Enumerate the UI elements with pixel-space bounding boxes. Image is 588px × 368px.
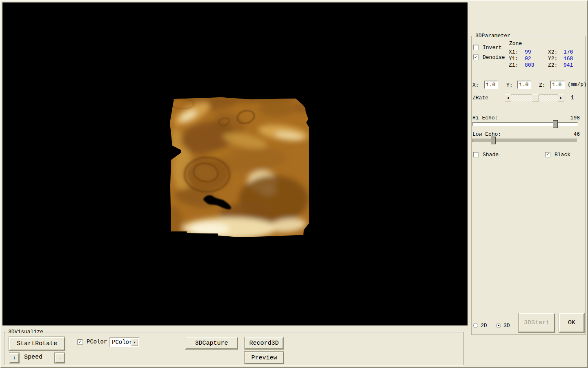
zrate-scrollbar-thumb[interactable] xyxy=(532,94,539,101)
mode-3d-radio[interactable] xyxy=(496,323,501,328)
mode-3d-label: 3D xyxy=(503,323,510,329)
start-rotate-button[interactable]: StartRotate xyxy=(9,337,65,350)
speed-label: Speed xyxy=(24,354,42,360)
app-window: 3DParameter Invert ✓ Denoise Zone X1: 99… xyxy=(0,0,588,368)
zrate-scroll-right-button[interactable]: ► xyxy=(558,94,564,101)
zone-x1-value: 99 xyxy=(525,49,531,55)
zone-y1-value: 92 xyxy=(525,56,531,62)
z-scale-label: Z: xyxy=(539,82,546,88)
zone-y1-label: Y1: xyxy=(509,56,518,62)
zone-z1-value: 803 xyxy=(525,62,534,68)
zone-label: Zone xyxy=(509,40,522,47)
chevron-down-icon[interactable]: ▼ xyxy=(131,339,138,346)
zone-x2-label: X2: xyxy=(548,49,557,55)
check-icon: ✓ xyxy=(474,55,477,60)
ok-button[interactable]: OK xyxy=(559,313,584,332)
record-3d-button[interactable]: Record3D xyxy=(245,337,283,349)
low-echo-value: 46 xyxy=(568,131,580,137)
zone-z1-label: Z1: xyxy=(509,62,518,68)
y-scale-input[interactable] xyxy=(517,81,531,89)
invert-checkbox[interactable] xyxy=(473,45,478,50)
preview-button[interactable]: Preview xyxy=(245,352,284,364)
capture-3d-button[interactable]: 3DCapture xyxy=(185,337,238,349)
hi-echo-label: Hi Echo: xyxy=(472,115,498,121)
y-scale-label: Y: xyxy=(506,82,513,88)
hi-echo-slider-track[interactable] xyxy=(472,122,578,126)
denoise-checkbox[interactable]: ✓ xyxy=(473,55,478,60)
zone-z2-value: 941 xyxy=(564,62,573,68)
zone-x2-value: 176 xyxy=(564,49,573,55)
zrate-label: ZRate xyxy=(472,95,488,101)
low-echo-slider-track[interactable] xyxy=(472,139,578,142)
zone-x1-label: X1: xyxy=(509,49,518,55)
zone-z2-label: Z2: xyxy=(548,62,557,68)
pcolor-dropdown[interactable]: PColor ▼ xyxy=(110,338,139,347)
black-checkbox[interactable]: ✓ xyxy=(545,152,550,157)
zone-y2-value: 168 xyxy=(564,56,573,62)
ultrasound-volume-render xyxy=(2,2,468,325)
denoise-label: Denoise xyxy=(483,54,505,61)
pcolor-label: PColor xyxy=(87,339,107,345)
visualize-groupbox-title: 3DVisualize xyxy=(7,329,45,335)
pcolor-checkbox[interactable]: ✓ xyxy=(78,339,82,344)
scroll-left-icon: ◄ xyxy=(507,96,509,100)
radio-dot-icon xyxy=(498,325,499,326)
z-scale-input[interactable] xyxy=(550,81,565,89)
speed-plus-button[interactable]: + xyxy=(9,353,19,363)
black-label: Black xyxy=(555,152,570,158)
mode-2d-radio[interactable] xyxy=(473,323,478,328)
zrate-scroll-left-button[interactable]: ◄ xyxy=(505,94,511,101)
check-icon: ✓ xyxy=(79,339,82,344)
low-echo-label: Low Echo: xyxy=(472,131,501,137)
hi-echo-value: 198 xyxy=(568,115,580,121)
parameter-groupbox-title: 3DParameter xyxy=(474,33,512,39)
zrate-value: 1 xyxy=(570,95,574,101)
shade-label: Shade xyxy=(483,152,499,158)
zone-y2-label: Y2: xyxy=(548,56,557,62)
start3d-button[interactable]: 3DStart xyxy=(519,313,555,332)
scale-unit-label: (mm/p) xyxy=(568,81,587,88)
speed-minus-button[interactable]: - xyxy=(55,353,65,363)
render-viewport[interactable] xyxy=(2,2,468,325)
hi-echo-slider-thumb[interactable] xyxy=(553,120,558,128)
invert-label: Invert xyxy=(483,45,502,51)
x-scale-label: X: xyxy=(472,82,479,88)
check-icon: ✓ xyxy=(546,152,549,157)
mode-2d-label: 2D xyxy=(481,323,487,329)
scroll-right-icon: ► xyxy=(560,96,562,100)
shade-checkbox[interactable] xyxy=(473,152,478,157)
pcolor-dropdown-value: PColor xyxy=(112,339,132,346)
combo-arrow-icon: ▼ xyxy=(134,341,136,344)
x-scale-input[interactable] xyxy=(484,81,498,89)
low-echo-slider-thumb[interactable] xyxy=(491,137,496,144)
